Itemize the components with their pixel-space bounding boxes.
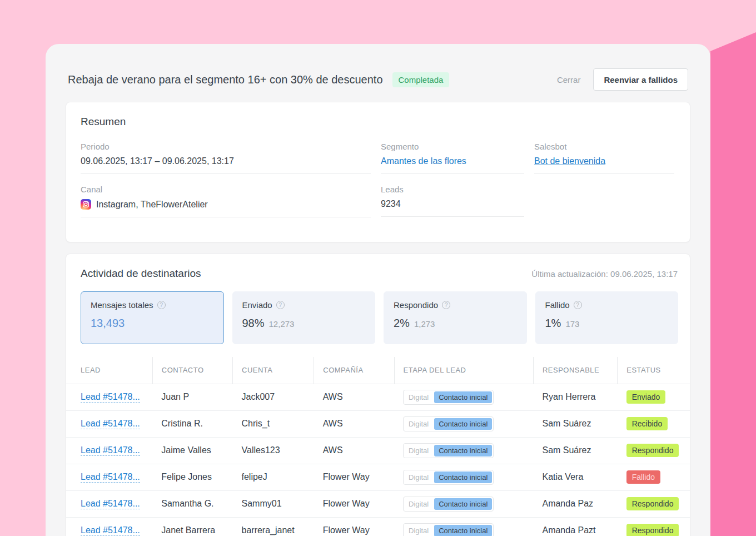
summary-grid: Periodo 09.06.2025, 13:17 – 09.06.2025, … [81, 142, 675, 217]
stage-tag: DigitalContacto inicial [403, 470, 494, 485]
activity-card: Actividad de destinatarios Última actual… [66, 254, 690, 536]
company-cell: Flower Way [314, 517, 394, 536]
stage-tag: DigitalContacto inicial [403, 523, 494, 536]
leads-value: 9234 [381, 199, 524, 217]
stage-tag: DigitalContacto inicial [403, 443, 494, 458]
account-cell: Valles123 [233, 437, 314, 464]
col-responsible: RESPONSABLE [533, 357, 617, 384]
pipeline-label: Digital [404, 498, 433, 510]
responsible-cell: Sam Suárez [533, 410, 617, 437]
status-badge: Respondido [626, 524, 679, 536]
activity-header: Actividad de destinatarios Última actual… [66, 267, 690, 280]
table-row: Lead #51478... Jaime Valles Valles123 AW… [66, 437, 690, 464]
company-cell: Flower Way [314, 490, 394, 517]
status-badge: Enviado [626, 390, 666, 404]
company-cell: Flower Way [314, 464, 394, 490]
field-period: Periodo 09.06.2025, 13:17 – 09.06.2025, … [81, 142, 371, 174]
pipeline-label: Digital [404, 524, 433, 536]
stage-label: Contacto inicial [434, 445, 492, 456]
table-row: Lead #51478... Felipe Jones felipeJ Flow… [66, 464, 690, 490]
field-segment: Segmento Amantes de las flores [381, 142, 524, 174]
lead-link[interactable]: Lead #51478... [81, 472, 140, 483]
responsible-cell: Katia Vera [533, 464, 617, 490]
recipients-table: LEAD CONTACTO CUENTA COMPAÑÍA ETAPA DEL … [66, 357, 690, 536]
segment-link[interactable]: Amantes de las flores [381, 156, 466, 166]
col-lead: LEAD [66, 357, 152, 384]
lead-link[interactable]: Lead #51478... [81, 392, 140, 403]
contact-cell: Cristina R. [152, 410, 232, 437]
resend-failed-button[interactable]: Reenviar a fallidos [593, 68, 688, 91]
help-icon[interactable] [157, 301, 166, 309]
lead-link[interactable]: Lead #51478... [81, 445, 140, 456]
table-row: Lead #51478... Juan P Jack007 AWS Digita… [66, 384, 690, 410]
channel-label: Canal [81, 185, 371, 194]
activity-title: Actividad de destinatarios [81, 267, 201, 280]
stage-label: Contacto inicial [434, 418, 492, 430]
contact-cell: Janet Barrera [152, 517, 232, 536]
salesbot-link[interactable]: Bot de bienvenida [534, 156, 605, 166]
campaign-title: Rebaja de verano para el segmento 16+ co… [68, 73, 383, 86]
stage-tag: DigitalContacto inicial [403, 416, 494, 431]
stage-label: Contacto inicial [434, 391, 492, 403]
field-salesbot: Salesbot Bot de bienvenida [534, 142, 674, 174]
segment-label: Segmento [381, 142, 524, 151]
lead-link[interactable]: Lead #51478... [81, 419, 140, 429]
status-badge: Recibido [626, 417, 668, 430]
responsible-cell: Amanda Paz [533, 490, 617, 517]
period-value: 09.06.2025, 13:17 – 09.06.2025, 13:17 [81, 156, 371, 174]
table-header-row: LEAD CONTACTO CUENTA COMPAÑÍA ETAPA DEL … [66, 357, 690, 384]
account-cell: Sammy01 [233, 490, 314, 517]
last-update-text: Última actualización: 09.06.2025, 13:17 [531, 269, 678, 279]
help-icon[interactable] [442, 301, 450, 309]
stat-card-failed[interactable]: Fallido 1% 173 [535, 291, 679, 344]
stage-tag: DigitalContacto inicial [403, 390, 494, 405]
close-link[interactable]: Cerrar [557, 75, 581, 85]
instagram-icon [81, 199, 91, 210]
account-cell: Jack007 [233, 384, 314, 410]
company-cell: AWS [314, 410, 394, 437]
table-row: Lead #51478... Samantha G. Sammy01 Flowe… [66, 490, 690, 517]
stat-replied-count: 1,273 [414, 319, 435, 329]
stat-replied-label: Respondido [394, 300, 438, 310]
stage-label: Contacto inicial [434, 525, 492, 536]
stat-card-sent[interactable]: Enviado 98% 12,273 [232, 291, 376, 344]
stat-total-label: Mensajes totales [91, 300, 153, 310]
field-empty [534, 185, 674, 217]
account-cell: Chris_t [233, 410, 314, 437]
stat-card-replied[interactable]: Respondido 2% 1,273 [384, 291, 527, 344]
stat-card-total[interactable]: Mensajes totales 13,493 [81, 291, 224, 344]
col-stage: ETAPA DEL LEAD [394, 357, 533, 384]
stat-sent-label: Enviado [242, 300, 272, 310]
help-icon[interactable] [574, 301, 582, 309]
pipeline-label: Digital [404, 444, 433, 457]
status-badge: Fallido [626, 470, 660, 484]
responsible-cell: Sam Suárez [533, 437, 617, 464]
contact-cell: Juan P [152, 384, 232, 410]
summary-card: Resumen Periodo 09.06.2025, 13:17 – 09.0… [66, 102, 690, 242]
company-cell: AWS [314, 384, 394, 410]
stats-row: Mensajes totales 13,493 Enviado 98% 12,2… [66, 291, 690, 344]
stat-replied-percent: 2% [394, 317, 410, 330]
col-account: CUENTA [233, 357, 314, 384]
contact-cell: Jaime Valles [152, 437, 232, 464]
stat-failed-percent: 1% [545, 317, 561, 330]
field-leads: Leads 9234 [381, 185, 524, 217]
contact-cell: Samantha G. [152, 490, 232, 517]
help-icon[interactable] [276, 301, 285, 309]
account-cell: felipeJ [233, 464, 314, 490]
salesbot-label: Salesbot [534, 142, 674, 151]
account-cell: barrera_janet [233, 517, 314, 536]
stat-total-value: 13,493 [91, 317, 125, 330]
campaign-status-badge: Completada [392, 72, 450, 87]
lead-link[interactable]: Lead #51478... [81, 525, 140, 536]
company-cell: AWS [314, 437, 394, 464]
col-status: ESTATUS [618, 357, 690, 384]
table-row: Lead #51478... Cristina R. Chris_t AWS D… [66, 410, 690, 437]
responsible-cell: Ryan Herrera [533, 384, 617, 410]
lead-link[interactable]: Lead #51478... [81, 499, 140, 509]
field-channel: Canal Instagram, TheFlowerAtelier [81, 185, 371, 217]
campaign-panel: Rebaja de verano para el segmento 16+ co… [46, 44, 710, 536]
contact-cell: Felipe Jones [152, 464, 232, 490]
pipeline-label: Digital [404, 391, 433, 404]
stat-failed-count: 173 [565, 319, 579, 329]
